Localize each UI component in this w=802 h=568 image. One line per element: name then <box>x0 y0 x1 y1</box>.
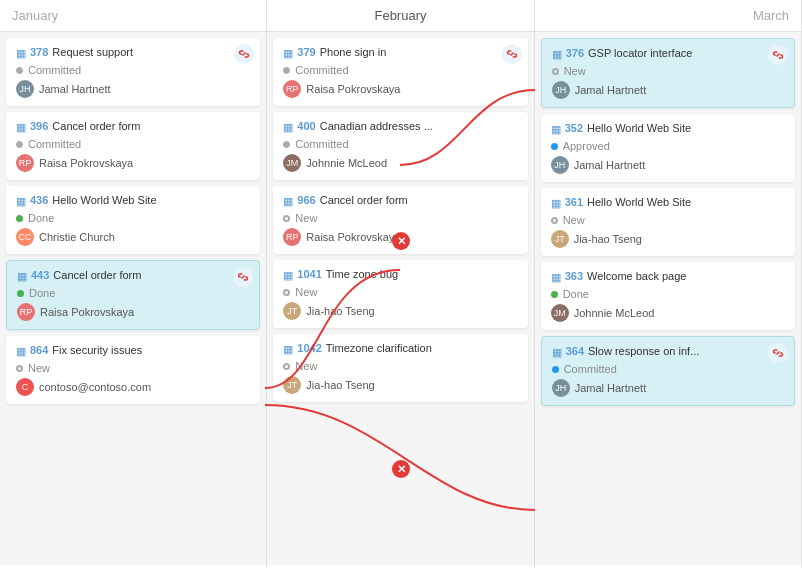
card-title-row-1041: ▦1041Time zone bug <box>283 268 517 282</box>
status-text: New <box>564 65 586 77</box>
status-text: Done <box>563 288 589 300</box>
card-assignee-row-364: JHJamal Hartnett <box>552 379 784 397</box>
card-379[interactable]: ▦379Phone sign inCommittedRPRaisa Pokrov… <box>273 38 527 106</box>
card-364[interactable]: ▦364Slow response on inf...CommittedJHJa… <box>541 336 795 406</box>
work-item-icon: ▦ <box>283 195 293 208</box>
card-id: 376 <box>566 47 584 59</box>
avatar: CC <box>16 228 34 246</box>
card-title: Time zone bug <box>326 268 398 280</box>
assignee-name: Raisa Pokrovskaya <box>306 231 400 243</box>
assignee-name: contoso@contoso.com <box>39 381 151 393</box>
card-status-row-396: Committed <box>16 138 250 150</box>
status-text: Done <box>29 287 55 299</box>
card-title: Timezone clarification <box>326 342 432 354</box>
work-item-icon: ▦ <box>16 47 26 60</box>
work-item-icon: ▦ <box>551 123 561 136</box>
status-dot <box>551 291 558 298</box>
assignee-name: Jia-hao Tseng <box>306 379 374 391</box>
card-assignee-row-1042: JTJia-hao Tseng <box>283 376 517 394</box>
avatar: JH <box>552 81 570 99</box>
card-id: 436 <box>30 194 48 206</box>
status-text: New <box>295 286 317 298</box>
card-361[interactable]: ▦361Hello World Web SiteNewJTJia-hao Tse… <box>541 188 795 256</box>
avatar: JH <box>551 156 569 174</box>
assignee-name: Johnnie McLeod <box>574 307 655 319</box>
card-assignee-row-378: JHJamal Hartnett <box>16 80 250 98</box>
avatar: RP <box>283 228 301 246</box>
card-assignee-row-864: Ccontoso@contoso.com <box>16 378 250 396</box>
card-id: 396 <box>30 120 48 132</box>
card-title-row-363: ▦363Welcome back page <box>551 270 785 284</box>
card-status-row-443: Done <box>17 287 249 299</box>
card-title-row-376: ▦376GSP locator interface <box>552 47 784 61</box>
status-text: Committed <box>28 138 81 150</box>
work-item-icon: ▦ <box>551 271 561 284</box>
card-id: 1042 <box>297 342 321 354</box>
card-id: 864 <box>30 344 48 356</box>
card-396[interactable]: ▦396Cancel order formCommittedRPRaisa Po… <box>6 112 260 180</box>
card-title: Request support <box>52 46 133 58</box>
card-title: Cancel order form <box>52 120 140 132</box>
card-436[interactable]: ▦436Hello World Web SiteDoneCCChristie C… <box>6 186 260 254</box>
avatar: JT <box>283 376 301 394</box>
card-status-row-352: Approved <box>551 140 785 152</box>
column-march: March▦376GSP locator interfaceNewJHJamal… <box>535 0 802 568</box>
card-assignee-row-443: RPRaisa Pokrovskaya <box>17 303 249 321</box>
column-body-january: ▦378Request supportCommittedJHJamal Hart… <box>0 32 266 565</box>
work-item-icon: ▦ <box>552 48 562 61</box>
assignee-name: Raisa Pokrovskaya <box>40 306 134 318</box>
card-1042[interactable]: ▦1042Timezone clarificationNewJTJia-hao … <box>273 334 527 402</box>
card-status-row-378: Committed <box>16 64 250 76</box>
card-id: 364 <box>566 345 584 357</box>
status-text: Done <box>28 212 54 224</box>
dependency-close-2[interactable]: ✕ <box>392 460 410 478</box>
dependency-close-1[interactable]: ✕ <box>392 232 410 250</box>
card-assignee-row-400: JMJohnnie McLeod <box>283 154 517 172</box>
dependency-link-icon[interactable] <box>768 45 788 65</box>
column-header-march: March <box>535 0 801 32</box>
card-assignee-row-1041: JTJia-hao Tseng <box>283 302 517 320</box>
card-status-row-379: Committed <box>283 64 517 76</box>
card-status-row-363: Done <box>551 288 785 300</box>
card-378[interactable]: ▦378Request supportCommittedJHJamal Hart… <box>6 38 260 106</box>
card-title-row-352: ▦352Hello World Web Site <box>551 122 785 136</box>
card-376[interactable]: ▦376GSP locator interfaceNewJHJamal Hart… <box>541 38 795 108</box>
card-title-row-378: ▦378Request support <box>16 46 250 60</box>
assignee-name: Christie Church <box>39 231 115 243</box>
card-443[interactable]: ▦443Cancel order formDoneRPRaisa Pokrovs… <box>6 260 260 330</box>
card-400[interactable]: ▦400Canadian addresses ...CommittedJMJoh… <box>273 112 527 180</box>
card-id: 379 <box>297 46 315 58</box>
card-id: 443 <box>31 269 49 281</box>
card-assignee-row-436: CCChristie Church <box>16 228 250 246</box>
status-text: New <box>295 212 317 224</box>
card-title-row-400: ▦400Canadian addresses ... <box>283 120 517 134</box>
card-status-row-436: Done <box>16 212 250 224</box>
status-text: New <box>563 214 585 226</box>
dependency-link-icon[interactable] <box>233 267 253 287</box>
card-title: GSP locator interface <box>588 47 692 59</box>
card-id: 966 <box>297 194 315 206</box>
work-item-icon: ▦ <box>283 269 293 282</box>
card-352[interactable]: ▦352Hello World Web SiteApprovedJHJamal … <box>541 114 795 182</box>
assignee-name: Raisa Pokrovskaya <box>39 157 133 169</box>
card-title: Welcome back page <box>587 270 686 282</box>
card-title: Slow response on inf... <box>588 345 699 357</box>
card-id: 361 <box>565 196 583 208</box>
card-363[interactable]: ▦363Welcome back pageDoneJMJohnnie McLeo… <box>541 262 795 330</box>
card-status-row-400: Committed <box>283 138 517 150</box>
card-id: 400 <box>297 120 315 132</box>
card-title: Fix security issues <box>52 344 142 356</box>
card-status-row-364: Committed <box>552 363 784 375</box>
status-dot <box>551 217 558 224</box>
dependency-link-icon[interactable] <box>768 343 788 363</box>
card-status-row-1041: New <box>283 286 517 298</box>
card-status-row-361: New <box>551 214 785 226</box>
card-status-row-376: New <box>552 65 784 77</box>
dependency-link-icon[interactable] <box>502 44 522 64</box>
status-text: New <box>295 360 317 372</box>
card-1041[interactable]: ▦1041Time zone bugNewJTJia-hao Tseng <box>273 260 527 328</box>
card-id: 378 <box>30 46 48 58</box>
dependency-link-icon[interactable] <box>234 44 254 64</box>
card-864[interactable]: ▦864Fix security issuesNewCcontoso@conto… <box>6 336 260 404</box>
card-title-row-379: ▦379Phone sign in <box>283 46 517 60</box>
